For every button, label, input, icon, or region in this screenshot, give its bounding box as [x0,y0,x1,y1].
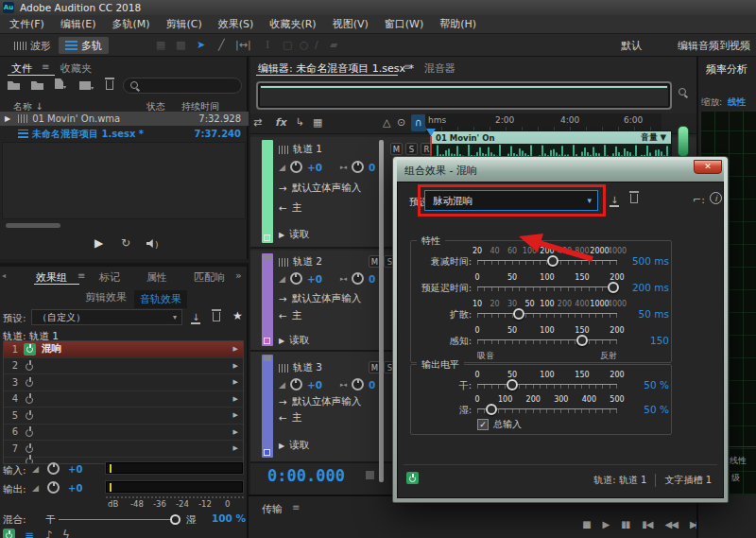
tab-frequency-analysis[interactable]: 频率分析 [706,62,747,77]
dialog-title-bar[interactable]: 组合效果 - 混响 [397,160,724,182]
zoom-navigator-icon[interactable] [678,87,688,97]
tab-effects-rack[interactable]: 效果组 [36,270,67,285]
slider-knob[interactable] [486,404,497,415]
search-input[interactable] [123,78,242,94]
tab-editor[interactable]: 编辑器: 未命名混音项目 1.sesx * [258,61,414,76]
close-icon[interactable]: ✕ [694,160,722,174]
mix-slider[interactable] [59,519,180,520]
time-display[interactable]: 0:00.000 [267,466,345,485]
menu-item-8[interactable]: 帮助(H) [439,17,476,31]
pan-knob[interactable] [352,161,364,173]
playhead-marker[interactable] [426,129,436,136]
subtab-track-effects[interactable]: 音轨效果 [134,290,187,308]
slider-knob[interactable] [608,282,619,293]
open-folder-icon[interactable] [8,80,20,93]
tab-files[interactable]: 文件 [11,61,32,76]
multitrack-view-button[interactable]: 多轨 [59,37,109,54]
list-icon[interactable]: ≡ [25,529,34,538]
lightning-icon[interactable]: ϟ [62,529,70,538]
file-row-sesx[interactable]: 未命名混音项目 1.sesx * 7:37.240 [0,127,249,141]
scale-value-dropdown[interactable]: 线性 [728,96,746,109]
effect-slot-4[interactable]: 4▶ [4,391,243,408]
tab-mixer[interactable]: 混音器 [424,61,455,76]
track-color-bar[interactable] [262,355,273,458]
slider-knob[interactable] [513,308,524,320]
volume-knob[interactable] [290,161,302,173]
param-slider[interactable]: 050100150200 [477,273,617,300]
sum-inputs-checkbox[interactable]: ✓ [477,419,489,430]
razor-tool-icon[interactable]: ╱ [218,39,225,51]
input-gain-knob[interactable] [47,462,60,475]
dialog-preset-dropdown[interactable]: 脉动混响 ▾ [424,190,598,211]
power-icon[interactable] [24,410,34,421]
insert-into-multitrack-icon[interactable]: ▾ [79,80,94,93]
power-icon[interactable] [24,343,36,356]
slider-knob[interactable] [576,335,588,346]
pan-knob[interactable] [352,378,364,390]
chevron-right-icon[interactable]: ▶ [233,362,243,370]
time-display-options-icon[interactable] [366,471,374,479]
workspace-default-button[interactable]: 默认 [621,39,642,53]
effect-power-button[interactable] [406,472,419,484]
panel-menu-icon[interactable]: ≡ [77,270,85,281]
automation-mode-select[interactable]: 读取 [289,228,309,241]
move-tool-icon[interactable]: ➤ [197,39,205,51]
routing-icon[interactable]: ↳ [296,116,304,129]
menu-item-0[interactable]: 文件(F) [9,17,44,31]
track-name[interactable]: 轨道 1 [293,143,322,156]
chevron-right-icon[interactable]: ▶ [233,345,243,353]
pause-button[interactable]: ▮▮ [621,519,629,529]
horizontal-scrollbar[interactable] [6,223,60,228]
rewind-button[interactable]: ◀◀ [665,519,678,529]
clip-volume-label[interactable]: 音量 ▼ [642,132,667,144]
panel-menu-icon[interactable]: ≡ [292,502,300,512]
menu-item-4[interactable]: 效果(S) [218,17,254,31]
mute-button[interactable]: M [390,143,403,155]
import-files-icon[interactable] [31,80,43,93]
power-icon[interactable] [24,393,34,404]
automation-chevron-icon[interactable]: ▶ [279,442,284,450]
chevron-right-icon[interactable]: ▶ [233,411,243,419]
effect-slot-7[interactable]: 7▶ [4,441,243,458]
automation-chevron-icon[interactable]: ▶ [279,231,284,239]
menu-item-7[interactable]: 窗口(W) [385,17,423,31]
slider-knob[interactable] [507,379,518,390]
metering-icon[interactable]: ▦ [313,116,322,129]
track-output-select[interactable]: 主 [292,201,302,215]
menu-item-3[interactable]: 剪辑(C) [166,17,202,31]
timeline-ruler[interactable]: hms 2:00 4:00 6:00 [425,113,662,132]
track-input-select[interactable]: 默认立体声输入 [292,182,362,195]
panel-overflow-icon[interactable]: » [235,269,242,282]
menu-item-5[interactable]: 收藏夹(R) [269,17,316,31]
tab-favorites[interactable]: 收藏夹 [60,61,92,76]
output-gain-knob[interactable] [47,481,60,494]
favorite-star-icon[interactable]: ★ [232,309,243,322]
skip-back-button[interactable]: ▮◀ [642,519,652,529]
automation-mode-select[interactable]: 读取 [289,334,309,347]
delete-preset-icon[interactable] [213,310,220,324]
overview-navigator[interactable] [256,81,672,110]
auto-play-icon[interactable]: ) [146,238,159,251]
power-icon[interactable] [24,360,34,371]
delete-preset-icon[interactable] [630,192,638,206]
power-icon[interactable] [24,377,34,388]
volume-knob[interactable] [290,272,302,285]
trash-icon[interactable] [106,78,113,93]
track-output-select[interactable]: 主 [292,411,302,425]
expand-chevron-icon[interactable]: ▶ [5,114,10,123]
track-name[interactable]: 轨道 2 [293,255,322,269]
menu-item-2[interactable]: 多轨(M) [112,17,149,31]
play-button[interactable]: ▶ [603,519,610,529]
routing-editor-icon[interactable]: ⌐: [693,194,705,206]
volume-knob[interactable] [290,378,302,390]
workspace-video-button[interactable]: 编辑音频到视频 [678,39,750,53]
chevron-right-icon[interactable]: ▶ [233,395,243,403]
track-output-select[interactable]: 主 [292,309,302,322]
tab-match-loudness[interactable]: 匹配响 [194,270,225,285]
fx-icon[interactable]: fx [275,116,286,129]
power-icon[interactable] [24,426,34,437]
panel-menu-icon[interactable]: ≡ [42,61,49,72]
metronome-icon[interactable]: △ [383,116,390,129]
effect-slot-6[interactable]: 6▶ [4,425,243,442]
track-input-select[interactable]: 默认立体声输入 [292,395,362,408]
